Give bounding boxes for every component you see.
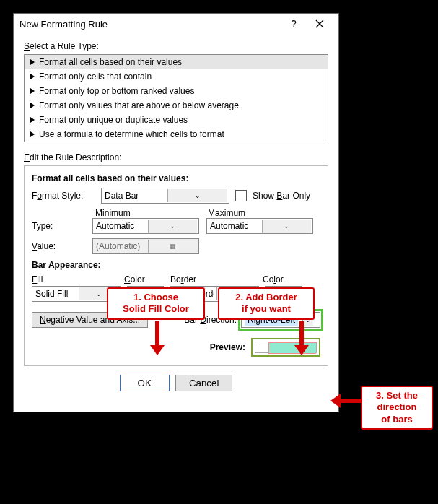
edit-rule-description-label: Edit the Rule Description: [24, 152, 121, 162]
annotation-callout-2: 2. Add Border if you want [218, 287, 315, 320]
triangle-icon [30, 88, 35, 94]
bar-appearance-header: Bar Appearance: [32, 260, 320, 270]
rule-type-list[interactable]: Format all cells based on their values F… [24, 54, 328, 142]
fill-value: Solid Fill [35, 289, 76, 299]
rule-type-item[interactable]: Format all cells based on their values [25, 55, 328, 69]
rule-type-text: Format all cells based on their values [39, 57, 182, 67]
preview-box [251, 338, 320, 357]
show-bar-only-checkbox[interactable] [235, 190, 247, 201]
minimum-value-input: (Automatic)▦ [92, 238, 199, 254]
rule-type-text: Format only values that are above or bel… [39, 100, 239, 110]
arrow-icon [341, 399, 361, 403]
type-label: Type: [32, 221, 92, 231]
fill-label: Fill [32, 274, 124, 284]
annotation-callout-3: 3. Set the direction of bars [361, 386, 433, 430]
triangle-icon [30, 74, 35, 79]
maximum-type-value: Automatic [210, 221, 259, 231]
rule-type-item[interactable]: Use a formula to determine which cells t… [25, 127, 328, 142]
format-style-combo[interactable]: Data Bar ⌄ [101, 188, 229, 204]
range-selector-icon[interactable]: ▦ [148, 240, 198, 253]
preview-bar [268, 342, 316, 354]
triangle-icon [30, 117, 35, 123]
close-icon [315, 19, 324, 28]
triangle-icon [30, 59, 35, 65]
select-rule-type-label: Select a Rule Type: [24, 41, 99, 51]
rule-type-text: Format only top or bottom ranked values [39, 86, 194, 96]
rule-type-item[interactable]: Format only top or bottom ranked values [25, 84, 328, 98]
format-style-value: Data Bar [105, 191, 165, 201]
format-header: Format all cells based on their values: [32, 173, 320, 183]
titlebar: New Formatting Rule ? [14, 14, 338, 34]
minimum-type-value: Automatic [96, 221, 145, 231]
format-style-label: Format Style: [32, 191, 95, 201]
border-label: Border [170, 274, 263, 284]
arrow-head-icon [330, 394, 341, 408]
preview-label: Preview: [210, 342, 245, 352]
cancel-button[interactable]: Cancel [175, 375, 233, 391]
arrow-icon [299, 321, 304, 347]
value-label: Value: [32, 241, 92, 251]
chevron-down-icon: ⌄ [167, 189, 228, 202]
help-button[interactable]: ? [281, 18, 307, 30]
minimum-type-combo[interactable]: Automatic⌄ [92, 218, 199, 234]
maximum-header: Maximum [208, 208, 320, 218]
rule-type-text: Use a formula to determine which cells t… [39, 129, 224, 139]
fill-color-label: Color [124, 274, 170, 284]
rule-type-item[interactable]: Format only cells that contain [25, 69, 328, 84]
rule-type-item[interactable]: Format only values that are above or bel… [25, 98, 328, 113]
border-color-label: Color [263, 274, 284, 284]
arrow-icon [155, 321, 159, 347]
rule-description-group: Format all cells based on their values: … [24, 165, 328, 366]
rule-type-text: Format only cells that contain [39, 71, 152, 82]
chevron-down-icon: ⌄ [148, 220, 198, 233]
show-bar-only-label: Show Bar Only [253, 191, 310, 201]
rule-type-text: Format only unique or duplicate values [39, 115, 188, 125]
triangle-icon [30, 131, 35, 137]
minimum-value-text: (Automatic) [96, 241, 145, 251]
triangle-icon [30, 103, 35, 108]
annotation-callout-1: 1. Choose Solid Fill Color [107, 287, 205, 320]
new-formatting-rule-dialog: New Formatting Rule ? Select a Rule Type… [13, 13, 339, 412]
arrow-head-icon [150, 345, 165, 355]
dialog-title: New Formatting Rule [19, 19, 281, 30]
close-button[interactable] [307, 19, 333, 28]
arrow-head-icon [294, 345, 309, 355]
maximum-type-combo[interactable]: Automatic⌄ [206, 218, 313, 234]
chevron-down-icon: ⌄ [262, 220, 312, 233]
rule-type-item[interactable]: Format only unique or duplicate values [25, 113, 328, 127]
minimum-header: Minimum [95, 208, 208, 218]
ok-button[interactable]: OK [120, 375, 170, 391]
